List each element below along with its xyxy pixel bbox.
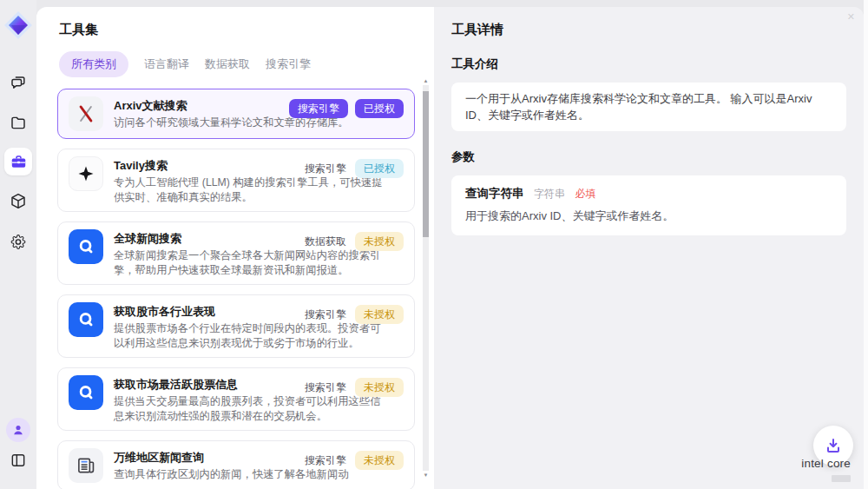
- search-q-icon: [69, 229, 103, 264]
- tool-card-global-news[interactable]: 全球新闻搜索 全球新闻搜索是一个聚合全球各大新闻网站内容的搜索引擎，帮助用户快速…: [57, 221, 415, 285]
- app-logo: [3, 10, 33, 40]
- param-name: 查询字符串: [465, 187, 524, 200]
- details-title: 工具详情: [451, 22, 846, 38]
- scrollbar-thumb[interactable]: [423, 91, 429, 237]
- nav-chat[interactable]: [10, 74, 28, 92]
- tool-description: 提供股票市场各个行业在特定时间段内的表现。投资者可以利用这些信息来识别表现优于或…: [114, 321, 385, 350]
- search-q-icon: [69, 375, 103, 410]
- scroll-down-icon[interactable]: ▼: [422, 471, 430, 479]
- gem-logo-icon: [3, 10, 33, 40]
- tab-all-categories[interactable]: 所有类别: [59, 51, 128, 77]
- gear-icon: [10, 233, 28, 251]
- intel-badge: [832, 475, 851, 482]
- scrollbar-track[interactable]: [423, 85, 429, 471]
- category-badge: 数据获取: [303, 232, 348, 251]
- folder-icon: [10, 114, 28, 132]
- category-badge: 搜索引擎: [303, 159, 348, 178]
- auth-status-badge: 未授权: [355, 451, 404, 470]
- person-icon: [10, 422, 26, 438]
- tab-search-engine[interactable]: 搜索引擎: [266, 51, 311, 77]
- chat-icon: [10, 74, 28, 92]
- tool-card-sector-performance[interactable]: 获取股市各行业表现 提供股票市场各个行业在特定时间段内的表现。投资者可以利用这些…: [57, 294, 415, 358]
- nav-tools-active[interactable]: [4, 148, 32, 175]
- params-heading: 参数: [451, 149, 846, 165]
- toolbox-icon: [10, 153, 28, 171]
- parameter-item: 查询字符串 字符串 必填 用于搜索的Arxiv ID、关键字或作者姓名。: [451, 175, 846, 235]
- tool-card-active-stocks[interactable]: 获取市场最活跃股票信息 提供当天交易量最高的股票列表，投资者可以利用这些信息来识…: [57, 367, 415, 431]
- download-icon: [823, 435, 844, 456]
- sidebar-toggle[interactable]: [10, 452, 27, 469]
- tavily-icon: [69, 156, 103, 191]
- nav-files[interactable]: [10, 114, 28, 132]
- category-badge: 搜索引擎: [303, 451, 348, 470]
- auth-status-badge: 已授权: [355, 99, 404, 118]
- nav-models[interactable]: [10, 192, 28, 210]
- category-badge: 搜索引擎: [303, 305, 348, 324]
- category-tabs: 所有类别 语言翻译 数据获取 搜索引擎: [59, 51, 434, 77]
- auth-status-badge: 已授权: [355, 159, 404, 178]
- tool-details-panel: ✕ 工具详情 工具介绍 一个用于从Arxiv存储库搜索科学论文和文章的工具。 输…: [434, 7, 864, 489]
- toolset-title: 工具集: [36, 7, 434, 38]
- tab-language-translation[interactable]: 语言翻译: [144, 51, 189, 77]
- tool-card-regional-news[interactable]: 万维地区新闻查询 查询具体行政区划内的新闻，快速了解各地新闻动 搜索引擎 未授权: [57, 440, 415, 489]
- nav-settings[interactable]: [10, 233, 28, 251]
- arxiv-icon: [69, 96, 103, 131]
- tool-card-tavily[interactable]: Tavily搜索 专为人工智能代理 (LLM) 构建的搜索引擎工具，可快速提供实…: [57, 149, 415, 212]
- auth-status-badge: 未授权: [355, 232, 404, 251]
- left-rail: [0, 0, 36, 489]
- param-description: 用于搜索的Arxiv ID、关键字或作者姓名。: [465, 208, 832, 224]
- intro-text: 一个用于从Arxiv存储库搜索科学论文和文章的工具。 输入可以是Arxiv ID…: [451, 83, 846, 131]
- scroll-up-icon[interactable]: ▲: [422, 76, 430, 85]
- intro-heading: 工具介绍: [451, 56, 846, 72]
- close-icon[interactable]: ✕: [847, 11, 855, 23]
- panel-icon: [10, 452, 27, 469]
- cube-icon: [10, 192, 28, 210]
- toolset-panel: 工具集 所有类别 语言翻译 数据获取 搜索引擎 Arxiv文献搜索 访问各个研究…: [36, 7, 434, 489]
- param-required-badge: 必填: [575, 188, 595, 200]
- search-q-icon: [69, 302, 103, 337]
- tool-description: 全球新闻搜索是一个聚合全球各大新闻网站内容的搜索引擎，帮助用户快速获取全球最新资…: [114, 248, 385, 277]
- category-badge: 搜索引擎: [303, 378, 348, 397]
- auth-status-badge: 未授权: [355, 378, 404, 397]
- param-type: 字符串: [534, 188, 565, 200]
- right-edge-strip: [864, 0, 868, 489]
- tool-description: 专为人工智能代理 (LLM) 构建的搜索引擎工具，可快速提供实时、准确和真实的结…: [114, 175, 385, 204]
- app-frame: 工具集 所有类别 语言翻译 数据获取 搜索引擎 Arxiv文献搜索 访问各个研究…: [36, 7, 864, 489]
- list-scrollbar[interactable]: ▲ ▼: [422, 76, 430, 479]
- tool-card-arxiv[interactable]: Arxiv文献搜索 访问各个研究领域大量科学论文和文章的存储库。 搜索引擎 已授…: [57, 89, 415, 139]
- auth-status-badge: 未授权: [355, 305, 404, 324]
- tab-data-acquisition[interactable]: 数据获取: [205, 51, 250, 77]
- news-icon: [69, 448, 103, 483]
- tool-list: Arxiv文献搜索 访问各个研究领域大量科学论文和文章的存储库。 搜索引擎 已授…: [36, 89, 434, 489]
- intel-core-text: intel core: [799, 457, 851, 470]
- user-avatar[interactable]: [6, 418, 30, 442]
- category-badge: 搜索引擎: [289, 99, 348, 118]
- intel-core-logo: intel core: [799, 457, 851, 486]
- tool-description: 提供当天交易量最高的股票列表，投资者可以利用这些信息来识别流动性强的股票和潜在的…: [114, 394, 385, 423]
